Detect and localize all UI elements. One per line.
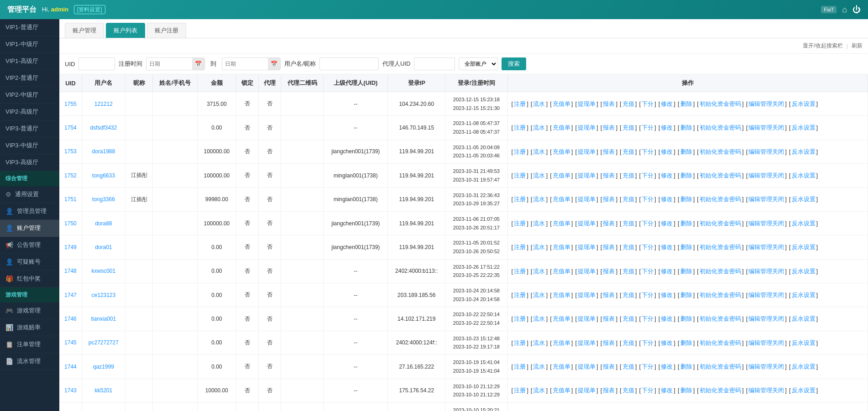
sidebar-item-bet-manage[interactable]: 📋 注单管理 (0, 336, 59, 353)
cell-uid[interactable]: 1752 (59, 164, 82, 187)
action-修改[interactable]: 修改 (661, 363, 673, 370)
action-反水设置[interactable]: 反水设置 (792, 291, 816, 298)
action-编辑管理关闭[interactable]: 编辑管理关闭 (748, 363, 784, 370)
action-下分[interactable]: 下分 (642, 100, 654, 107)
action-初始化资金密码[interactable]: 初始化资金密码 (700, 196, 741, 203)
action-流水[interactable]: 流水 (533, 363, 545, 370)
tab-account-register[interactable]: 账户注册 (147, 23, 186, 38)
cell-username[interactable]: tianxia001 (82, 307, 125, 331)
action-报表[interactable]: 报表 (603, 291, 615, 298)
action-修改[interactable]: 修改 (661, 148, 673, 155)
action-提现单[interactable]: 提现单 (578, 244, 596, 250)
action-反水设置[interactable]: 反水设置 (792, 387, 816, 394)
action-充值单[interactable]: 充值单 (553, 268, 570, 275)
action-提现单[interactable]: 提现单 (578, 100, 596, 107)
action-提现单[interactable]: 提现单 (578, 387, 596, 394)
action-删除[interactable]: 删除 (680, 387, 692, 394)
action-流水[interactable]: 流水 (533, 196, 545, 203)
action-编辑管理关闭[interactable]: 编辑管理关闭 (748, 291, 784, 298)
action-下分[interactable]: 下分 (642, 196, 654, 203)
action-充值单[interactable]: 充值单 (553, 196, 570, 203)
action-提现单[interactable]: 提现单 (578, 363, 596, 370)
action-反水设置[interactable]: 反水设置 (792, 100, 816, 107)
cell-uid[interactable]: 1754 (59, 116, 82, 140)
tab-account-manage[interactable]: 账户管理 (65, 23, 104, 38)
action-修改[interactable]: 修改 (661, 124, 673, 131)
action-充值单[interactable]: 充值单 (553, 172, 570, 179)
action-初始化资金密码[interactable]: 初始化资金密码 (700, 339, 741, 346)
refresh-btn[interactable]: 刷新 (852, 42, 863, 50)
username-input[interactable] (319, 57, 379, 70)
action-流水[interactable]: 流水 (533, 220, 545, 227)
action-修改[interactable]: 修改 (661, 100, 673, 107)
action-反水设置[interactable]: 反水设置 (792, 268, 816, 275)
action-报表[interactable]: 报表 (603, 244, 615, 250)
action-反水设置[interactable]: 反水设置 (792, 172, 816, 179)
action-提现单[interactable]: 提现单 (578, 339, 596, 346)
action-注册[interactable]: 注册 (514, 387, 526, 394)
action-注册[interactable]: 注册 (514, 172, 526, 179)
action-注册[interactable]: 注册 (514, 244, 526, 250)
sidebar-item-redpacket[interactable]: 🎁 红包中奖 (0, 271, 59, 287)
action-修改[interactable]: 修改 (661, 172, 673, 179)
action-删除[interactable]: 删除 (680, 148, 692, 155)
action-注册[interactable]: 注册 (514, 220, 526, 227)
action-充值[interactable]: 充值 (622, 268, 634, 275)
cell-uid[interactable]: 1753 (59, 140, 82, 163)
action-充值[interactable]: 充值 (622, 100, 634, 107)
action-初始化资金密码[interactable]: 初始化资金密码 (700, 315, 741, 322)
action-注册[interactable]: 注册 (514, 291, 526, 298)
action-充值[interactable]: 充值 (622, 363, 634, 370)
cell-uid[interactable]: 1745 (59, 331, 82, 354)
uid-input[interactable] (78, 57, 115, 70)
action-下分[interactable]: 下分 (642, 220, 654, 227)
action-删除[interactable]: 删除 (680, 315, 692, 322)
action-初始化资金密码[interactable]: 初始化资金密码 (700, 124, 741, 131)
action-下分[interactable]: 下分 (642, 148, 654, 155)
action-编辑管理关闭[interactable]: 编辑管理关闭 (748, 172, 784, 179)
action-充值单[interactable]: 充值单 (553, 291, 570, 298)
action-反水设置[interactable]: 反水设置 (792, 315, 816, 322)
action-编辑管理关闭[interactable]: 编辑管理关闭 (748, 315, 784, 322)
action-充值[interactable]: 充值 (622, 291, 634, 298)
toggle-search-btn[interactable]: 显开/收起搜索栏 (803, 42, 842, 50)
cell-uid[interactable]: 1748 (59, 259, 82, 283)
action-删除[interactable]: 删除 (680, 124, 692, 131)
cell-username[interactable]: qaz1999 (82, 355, 125, 379)
action-报表[interactable]: 报表 (603, 148, 615, 155)
action-下分[interactable]: 下分 (642, 172, 654, 179)
sidebar-item-vip1-mid[interactable]: VIP1-中级厅 (0, 36, 59, 53)
cell-username[interactable]: pc27272727 (82, 331, 125, 354)
action-流水[interactable]: 流水 (533, 244, 545, 250)
home-icon[interactable]: ⌂ (842, 5, 847, 15)
cell-username[interactable]: dsfsdf3432 (82, 116, 125, 140)
action-修改[interactable]: 修改 (661, 244, 673, 250)
action-提现单[interactable]: 提现单 (578, 220, 596, 227)
cell-username[interactable]: kk5201 (82, 379, 125, 402)
sidebar-item-announcement[interactable]: 📢 公告管理 (0, 237, 59, 254)
action-充值[interactable]: 充值 (622, 244, 634, 250)
sidebar-item-vip1-normal[interactable]: VIP1-普通厅 (0, 19, 59, 36)
action-注册[interactable]: 注册 (514, 124, 526, 131)
action-下分[interactable]: 下分 (642, 291, 654, 298)
cell-uid[interactable]: 1750 (59, 211, 82, 235)
action-充值[interactable]: 充值 (622, 339, 634, 346)
action-删除[interactable]: 删除 (680, 291, 692, 298)
power-icon[interactable]: ⏻ (852, 5, 861, 15)
action-充值单[interactable]: 充值单 (553, 148, 570, 155)
action-编辑管理关闭[interactable]: 编辑管理关闭 (748, 100, 784, 107)
action-报表[interactable]: 报表 (603, 363, 615, 370)
cell-uid[interactable]: 1742 (59, 402, 82, 411)
action-编辑管理关闭[interactable]: 编辑管理关闭 (748, 268, 784, 275)
action-反水设置[interactable]: 反水设置 (792, 339, 816, 346)
cell-username[interactable]: tong3366 (82, 187, 125, 211)
action-注册[interactable]: 注册 (514, 363, 526, 370)
action-流水[interactable]: 流水 (533, 100, 545, 107)
sidebar-item-vip1-high[interactable]: VIP1-高级厅 (0, 53, 59, 70)
date-from-input[interactable] (146, 59, 192, 69)
action-删除[interactable]: 删除 (680, 100, 692, 107)
action-编辑管理关闭[interactable]: 编辑管理关闭 (748, 339, 784, 346)
action-流水[interactable]: 流水 (533, 268, 545, 275)
action-流水[interactable]: 流水 (533, 291, 545, 298)
action-初始化资金密码[interactable]: 初始化资金密码 (700, 220, 741, 227)
